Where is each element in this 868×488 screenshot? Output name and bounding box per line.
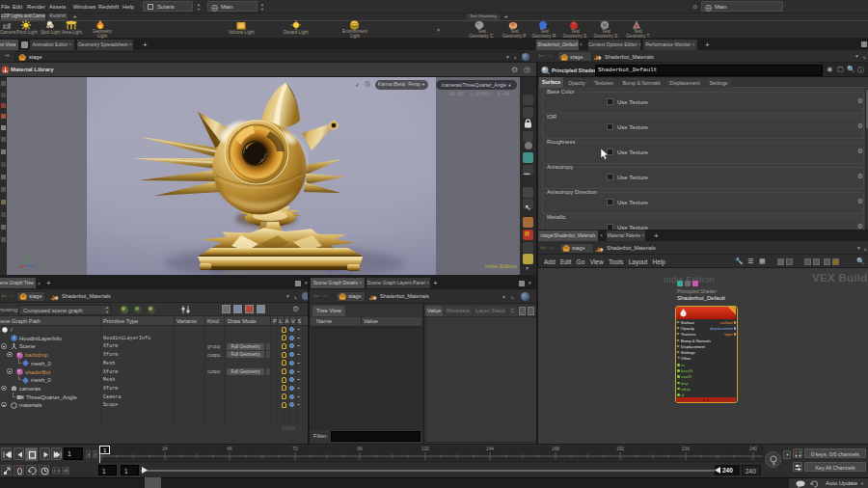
svg-text:24: 24 <box>162 447 168 451</box>
svg-text:120: 120 <box>421 447 429 451</box>
svg-text:168: 168 <box>552 447 559 451</box>
svg-text:192: 192 <box>616 447 624 451</box>
svg-text:216: 216 <box>682 447 690 451</box>
svg-text:240: 240 <box>749 447 757 451</box>
svg-text:96: 96 <box>357 447 363 451</box>
svg-text:48: 48 <box>227 447 232 451</box>
svg-text:144: 144 <box>486 447 494 451</box>
svg-text:72: 72 <box>292 447 298 451</box>
